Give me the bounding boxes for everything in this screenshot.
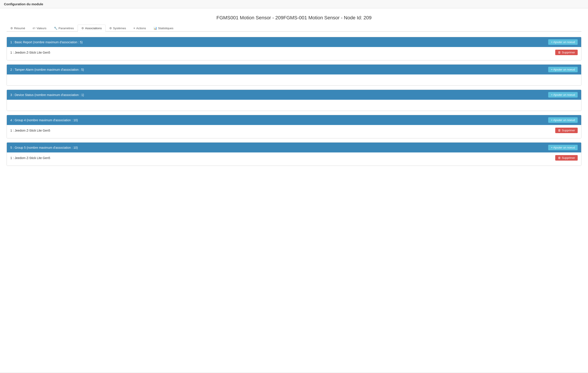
section-4-header: 4 : Group 4 (nombre maximum d'associatio… (7, 115, 581, 125)
actions-icon: ≡ (134, 27, 135, 30)
add-node-button-4[interactable]: + Ajouter un noeud (548, 117, 578, 123)
section-1-body: 1 : Jeedom Z-Stick Lite Gen5 🗑 Supprimer (7, 47, 581, 60)
association-row: 1 : Jeedom Z-Stick Lite Gen5 🗑 Supprimer (7, 47, 581, 58)
valeurs-icon: 🏷 (32, 27, 35, 30)
section-3-header: 3 : Device Status (nombre maximum d'asso… (7, 90, 581, 100)
delete-button-5-0[interactable]: 🗑 Supprimer (555, 155, 578, 161)
section-4-body: 1 : Jeedom Z-Stick Lite Gen5 🗑 Supprimer (7, 125, 581, 138)
tab-resume[interactable]: ⚙ Résumé (7, 25, 29, 32)
tabs-container: ⚙ Résumé 🏷 Valeurs 🔧 Paramètres ⚙ Associ… (7, 25, 581, 32)
trash-icon: 🗑 (558, 129, 561, 132)
trash-icon: 🗑 (558, 51, 561, 54)
section-2-header: 2 : Tamper Alarm (nombre maximum d'assoc… (7, 65, 581, 74)
add-node-button-2[interactable]: + Ajouter un noeud (548, 67, 578, 72)
section-2: 2 : Tamper Alarm (nombre maximum d'assoc… (7, 64, 581, 86)
add-node-button-3[interactable]: + Ajouter un noeud (548, 92, 578, 98)
section-5-header: 5 : Group 5 (nombre maximum d'associatio… (7, 142, 581, 152)
section-3: 3 : Device Status (nombre maximum d'asso… (7, 90, 581, 111)
association-row: 1 : Jeedom Z-Stick Lite Gen5 🗑 Supprimer (7, 125, 581, 136)
associations-icon: ⚙ (81, 27, 84, 30)
section-5: 5 : Group 5 (nombre maximum d'associatio… (7, 142, 581, 166)
association-row: 1 : Jeedom Z-Stick Lite Gen5 🗑 Supprimer (7, 152, 581, 163)
delete-button-1-0[interactable]: 🗑 Supprimer (555, 50, 578, 55)
add-node-button-1[interactable]: + Ajouter un noeud (548, 39, 578, 45)
parametres-icon: 🔧 (54, 27, 57, 30)
section-4: 4 : Group 4 (nombre maximum d'associatio… (7, 115, 581, 138)
tab-systemes[interactable]: ⚙ Systèmes (105, 25, 130, 32)
section-5-body: 1 : Jeedom Z-Stick Lite Gen5 🗑 Supprimer (7, 152, 581, 166)
tab-statistiques[interactable]: 📊 Statistiques (150, 25, 177, 32)
add-node-button-5[interactable]: + Ajouter un noeud (548, 145, 578, 150)
top-bar: Configuration du module (0, 0, 588, 8)
section-3-body (7, 100, 581, 111)
top-bar-title: Configuration du module (4, 2, 43, 6)
tab-parametres[interactable]: 🔧 Paramètres (50, 25, 78, 32)
section-2-body (7, 74, 581, 85)
delete-button-4-0[interactable]: 🗑 Supprimer (555, 128, 578, 133)
section-1: 1 : Basic Report (nombre maximum d'assoc… (7, 37, 581, 60)
statistiques-icon: 📊 (154, 27, 157, 30)
resume-icon: ⚙ (10, 27, 13, 30)
tab-actions[interactable]: ≡ Actions (130, 25, 150, 32)
systemes-icon: ⚙ (109, 27, 112, 30)
page-header: FGMS001 Motion Sensor - 209FGMS-001 Moti… (7, 13, 581, 21)
tab-valeurs[interactable]: 🏷 Valeurs (29, 25, 50, 32)
trash-icon: 🗑 (558, 156, 561, 160)
tab-associations[interactable]: ⚙ Associations (78, 25, 105, 32)
section-1-header: 1 : Basic Report (nombre maximum d'assoc… (7, 37, 581, 47)
